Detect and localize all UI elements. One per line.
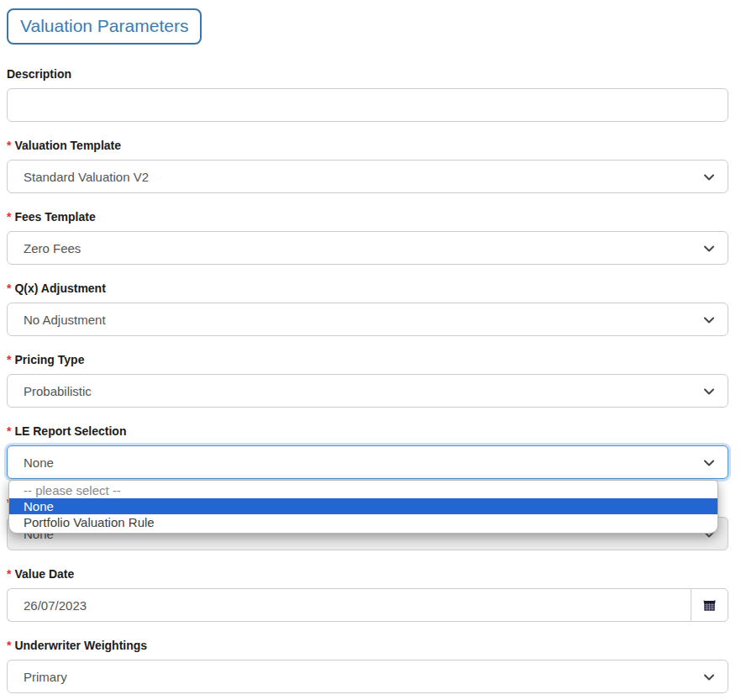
field-underwriter-weightings: *Underwriter Weightings Primary (7, 639, 728, 693)
required-asterisk: * (7, 282, 11, 295)
underwriter-weightings-label-text: Underwriter Weightings (14, 639, 147, 652)
field-description: Description (7, 67, 728, 122)
value-date-input[interactable] (7, 588, 691, 622)
underwriter-weightings-label: *Underwriter Weightings (7, 639, 728, 652)
field-le-report-selection: *LE Report Selection None -- please sele… (7, 424, 728, 479)
value-date-group (7, 588, 728, 622)
field-pricing-type: *Pricing Type Probabilistic (7, 353, 728, 408)
le-report-selection-label: *LE Report Selection (7, 424, 728, 438)
le-report-selection-select[interactable]: None (7, 445, 728, 479)
required-asterisk: * (7, 210, 11, 224)
description-input[interactable] (7, 88, 728, 122)
value-date-label: *Value Date (7, 567, 728, 581)
value-date-label-text: Value Date (14, 567, 74, 581)
description-label-text: Description (7, 67, 71, 81)
required-asterisk: * (7, 639, 11, 652)
option-portfolio-valuation-rule[interactable]: Portfolio Valuation Rule (9, 514, 717, 530)
le-report-selection-value: None (8, 455, 728, 470)
chevron-down-icon (703, 171, 715, 183)
description-label: Description (7, 67, 728, 81)
fees-template-label-text: Fees Template (14, 210, 95, 224)
fees-template-value: Zero Fees (8, 241, 728, 255)
option-none[interactable]: None (9, 498, 717, 514)
field-value-date: *Value Date (7, 567, 728, 622)
date-picker-button[interactable] (691, 588, 728, 622)
valuation-template-value: Standard Valuation V2 (8, 170, 728, 184)
underwriter-weightings-select[interactable]: Primary (7, 660, 728, 693)
pricing-type-label: *Pricing Type (7, 353, 728, 366)
required-asterisk: * (7, 353, 11, 366)
field-qx-adjustment: *Q(x) Adjustment No Adjustment (7, 282, 728, 336)
page-title: Valuation Parameters (7, 8, 202, 45)
pricing-type-value: Probabilistic (8, 384, 728, 398)
qx-adjustment-label-text: Q(x) Adjustment (14, 282, 105, 295)
field-valuation-template: *Valuation Template Standard Valuation V… (7, 139, 728, 193)
chevron-down-icon (703, 457, 715, 469)
le-report-selection-wrap: None -- please select -- None Portfolio … (7, 445, 728, 479)
fees-template-select[interactable]: Zero Fees (7, 231, 728, 265)
pricing-type-label-text: Pricing Type (14, 353, 84, 366)
chevron-down-icon (703, 386, 715, 397)
valuation-template-label-text: Valuation Template (14, 139, 121, 152)
required-asterisk: * (7, 424, 11, 438)
le-report-selection-options: -- please select -- None Portfolio Valua… (8, 480, 718, 534)
option-please-select[interactable]: -- please select -- (9, 482, 717, 498)
required-asterisk: * (7, 139, 11, 152)
le-report-selection-label-text: LE Report Selection (14, 424, 126, 438)
qx-adjustment-select[interactable]: No Adjustment (7, 303, 728, 336)
chevron-down-icon (703, 243, 715, 255)
underwriter-weightings-value: Primary (8, 670, 728, 684)
qx-adjustment-value: No Adjustment (8, 313, 728, 327)
valuation-parameters-form: Valuation Parameters Description *Valuat… (0, 0, 741, 693)
qx-adjustment-label: *Q(x) Adjustment (7, 282, 728, 295)
valuation-template-select[interactable]: Standard Valuation V2 (7, 160, 728, 193)
field-fees-template: *Fees Template Zero Fees (7, 210, 728, 265)
fees-template-label: *Fees Template (7, 210, 728, 224)
pricing-type-select[interactable]: Probabilistic (7, 374, 728, 408)
chevron-down-icon (703, 314, 715, 326)
valuation-template-label: *Valuation Template (7, 139, 728, 152)
required-asterisk: * (7, 567, 11, 581)
chevron-down-icon (703, 671, 715, 683)
calendar-icon (702, 597, 717, 613)
